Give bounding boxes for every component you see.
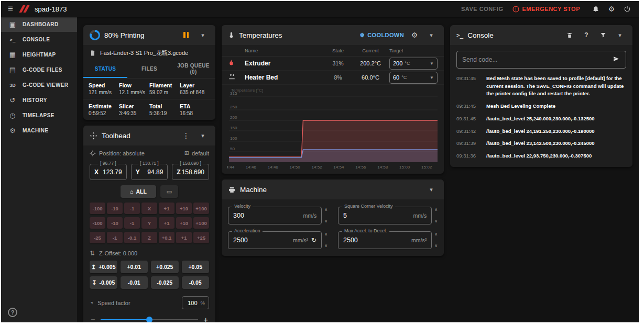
bed-screws-button[interactable]: ▭ <box>160 185 178 198</box>
dashboard-main: 80% Printing ▾ Fast-Ender-3 S1 Pro_花瓶3.g… <box>77 17 639 322</box>
send-code-input[interactable] <box>462 56 608 63</box>
speed-factor-row: ◔ Speed factor 100 % <box>83 290 215 311</box>
send-icon[interactable] <box>612 55 620 64</box>
dropdown-chevron-icon[interactable]: ▼ <box>430 61 434 66</box>
toolhead-collapse-chevron-icon[interactable]: ▾ <box>197 129 209 142</box>
console-filter-button[interactable] <box>597 29 609 41</box>
tab-job-queue[interactable]: JOB QUEUE (0) <box>171 60 215 78</box>
coord-x[interactable]: [ 96.77 ] X 123.79 <box>90 164 127 180</box>
jog-button[interactable]: +100 <box>193 203 209 214</box>
z-offset-down-button[interactable]: -0.01 <box>121 276 148 289</box>
hamburger-menu-button[interactable]: ≡ <box>4 3 17 15</box>
velocity-input[interactable]: Velocity 300 mm/s <box>228 207 322 224</box>
sidebar-item-heightmap[interactable]: ▦ HEIGHTMAP <box>1 47 77 62</box>
svg-text:200: 200 <box>230 115 237 120</box>
jog-button[interactable]: -10 <box>107 203 123 214</box>
help-button[interactable]: ? <box>8 308 17 317</box>
thermometer-icon <box>228 31 235 39</box>
z-offset-down-button[interactable]: -0.025 <box>151 276 179 289</box>
jog-button[interactable]: -10 <box>107 217 123 229</box>
z-offset-up-button[interactable]: +0.05 <box>182 261 210 273</box>
console-card: >_ Console ? ▾ <box>450 25 632 167</box>
pause-print-button[interactable] <box>180 29 192 41</box>
extruder-target-input[interactable]: 200 °C ▼ <box>389 58 438 70</box>
power-button[interactable] <box>621 3 634 15</box>
reset-acceleration-icon[interactable]: ↻ <box>311 237 316 244</box>
jog-button[interactable]: +1 <box>159 203 174 214</box>
temperatures-settings-button[interactable]: ⚙ <box>408 29 421 41</box>
jog-button[interactable]: -25 <box>90 232 105 243</box>
cooldown-button[interactable]: ❄ COOLDOWN <box>360 32 404 39</box>
sidebar-item-dashboard[interactable]: ▣ DASHBOARD <box>1 17 77 32</box>
stepper-down-icon[interactable]: ∨ <box>434 244 438 248</box>
jog-button[interactable]: +1 <box>159 217 174 229</box>
sidebar-item-gcode-files[interactable]: ▤ G-CODE FILES <box>1 62 77 77</box>
temperatures-collapse-chevron-icon[interactable]: ▾ <box>425 29 438 41</box>
z-offset-down-button[interactable]: -0.05 <box>182 276 210 289</box>
slider-thumb[interactable] <box>146 317 152 323</box>
jog-button[interactable]: -1 <box>124 217 140 229</box>
jog-button[interactable]: -100 <box>90 203 105 214</box>
coord-z[interactable]: [ 158.690 ] Z 158.690 <box>172 164 209 180</box>
acceleration-input[interactable]: Acceleration 2500 mm/s²↻ <box>228 231 322 249</box>
coord-y[interactable]: [ 130.71 ] Y 94.89 <box>131 164 168 180</box>
clear-console-button[interactable] <box>563 29 576 41</box>
print-card-collapse-chevron-icon[interactable]: ▾ <box>197 29 209 41</box>
send-code-field[interactable] <box>456 51 626 69</box>
mesh-profile[interactable]: ⊞ default <box>184 150 209 156</box>
bed-target-input[interactable]: 60 °C ▼ <box>389 72 438 84</box>
z-offset-up-button[interactable]: +0.01 <box>121 261 148 273</box>
z-offset-up-button[interactable]: ↥+0.005 <box>90 261 117 273</box>
interface-settings-button[interactable]: ⚙ <box>605 3 618 15</box>
jog-button[interactable]: +100 <box>193 217 209 229</box>
speed-factor-slider[interactable] <box>101 316 198 323</box>
console-log[interactable]: 09:31:45 Bed Mesh state has been saved t… <box>456 75 626 160</box>
save-config-button[interactable]: SAVE CONFIG <box>461 6 503 12</box>
square-corner-velocity-input[interactable]: Square Corner Velocity 5 mm/s <box>338 207 432 224</box>
sidebar-item-gcode-viewer[interactable]: 3D G-CODE VIEWER <box>1 77 77 93</box>
stepper-down-icon[interactable]: ∨ <box>324 244 328 248</box>
jog-button[interactable]: +10 <box>176 217 192 229</box>
jog-button[interactable]: -0.1 <box>124 232 140 243</box>
speed-factor-slider-row: − + <box>83 311 215 322</box>
stepper-up-icon[interactable]: ∧ <box>434 232 438 237</box>
sidebar-item-console[interactable]: >_ CONSOLE <box>1 32 77 47</box>
jog-button[interactable]: -1 <box>107 232 123 243</box>
svg-text:14:56: 14:56 <box>355 165 366 170</box>
emergency-stop-button[interactable]: EMERGENCY STOP <box>512 6 580 13</box>
z-offset-down-button[interactable]: ↧-0.005 <box>90 276 117 289</box>
notifications-button[interactable] <box>590 3 602 15</box>
toolhead-menu-button[interactable]: ⋮ <box>180 129 192 142</box>
stepper-down-icon[interactable]: ∨ <box>434 219 438 223</box>
z-offset-up-row: ↥+0.005 +0.01 +0.025 +0.05 <box>83 259 215 275</box>
jog-axis-label: Z <box>141 232 157 243</box>
jog-button[interactable]: +25 <box>193 232 209 243</box>
tab-status[interactable]: STATUS <box>83 60 127 78</box>
svg-text:250: 250 <box>230 105 237 109</box>
max-accel-to-decel-input[interactable]: Max Accel. to Decel. 2500 mm/s² <box>338 231 432 249</box>
stepper-down-icon[interactable]: ∨ <box>324 219 328 223</box>
jog-button[interactable]: +10 <box>176 203 192 214</box>
stepper-up-icon[interactable]: ∧ <box>324 232 328 237</box>
jog-button[interactable]: +0.1 <box>159 232 174 243</box>
sidebar-item-timelapse[interactable]: ◷ TIMELAPSE <box>1 108 77 123</box>
decrease-speed-button[interactable]: − <box>91 316 95 322</box>
tab-files[interactable]: FILES <box>127 60 171 78</box>
speed-factor-input[interactable]: 100 % <box>182 296 209 309</box>
sidebar-item-history[interactable]: ↺ HISTORY <box>1 93 77 108</box>
sidebar-item-machine[interactable]: ⚙ MACHINE <box>1 123 77 138</box>
dropdown-chevron-icon[interactable]: ▼ <box>430 75 434 80</box>
stepper-up-icon[interactable]: ∧ <box>324 208 328 212</box>
jog-button[interactable]: -1 <box>124 203 140 214</box>
stepper-up-icon[interactable]: ∧ <box>434 208 438 212</box>
machine-collapse-chevron-icon[interactable]: ▾ <box>425 183 438 196</box>
console-collapse-chevron-icon[interactable]: ▾ <box>614 29 626 41</box>
console-help-button[interactable]: ? <box>580 29 593 41</box>
home-all-button[interactable]: ⌂ ALL <box>121 185 156 198</box>
jog-button[interactable]: +1 <box>176 232 192 243</box>
increase-speed-button[interactable]: + <box>203 316 208 322</box>
jog-button[interactable]: -100 <box>90 217 105 229</box>
z-offset-up-button[interactable]: +0.025 <box>151 261 179 273</box>
temperature-chart[interactable]: 5010015020025031514:4414:4614:4814:5014:… <box>222 85 444 174</box>
svg-text:15:00: 15:00 <box>399 165 410 170</box>
